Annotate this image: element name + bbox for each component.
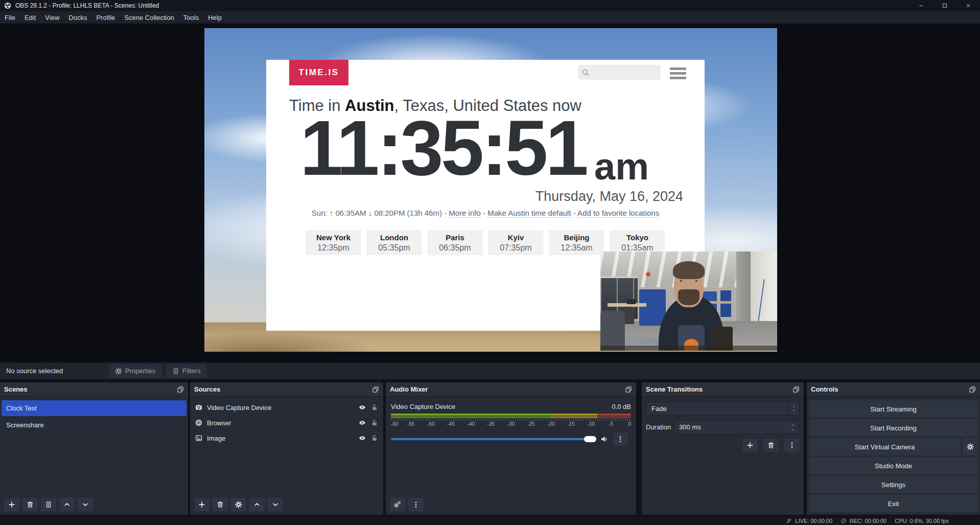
properties-button[interactable]: Properties	[109, 364, 161, 378]
transition-select[interactable]: Fade	[646, 402, 800, 416]
clock-meridiem: am	[594, 148, 649, 186]
globe-icon	[195, 419, 202, 426]
settings-button[interactable]: Settings	[809, 476, 978, 493]
popout-icon[interactable]	[372, 386, 379, 393]
controls-panel: Controls Start Streaming Start Recording…	[807, 382, 980, 515]
image-icon	[195, 435, 202, 442]
remove-transition-button[interactable]	[763, 439, 779, 452]
source-item-image[interactable]: Image	[190, 430, 383, 446]
cpu-fps-status: CPU: 0.6%, 30.00 fps	[895, 518, 949, 524]
menu-tools[interactable]: Tools	[179, 11, 203, 24]
current-date: Thursday, May 16, 2024	[535, 189, 683, 204]
advanced-audio-button[interactable]	[390, 498, 405, 511]
unlock-icon[interactable]	[371, 404, 378, 411]
popout-icon[interactable]	[177, 386, 184, 393]
visibility-eye-icon[interactable]	[359, 435, 366, 442]
source-move-down-button[interactable]	[268, 498, 283, 511]
hamburger-menu-icon	[670, 67, 686, 79]
gear-icon	[115, 368, 122, 375]
scene-item-screenshare[interactable]: Screenshare	[2, 417, 186, 433]
start-streaming-button[interactable]: Start Streaming	[809, 400, 978, 418]
menu-scene-collection[interactable]: Scene Collection	[120, 11, 179, 24]
unlock-icon[interactable]	[371, 419, 378, 426]
filter-icon	[172, 368, 179, 375]
source-item-browser[interactable]: Browser	[190, 415, 383, 430]
make-default-link: Make Austin time default	[487, 209, 571, 218]
clock-time: 11:35:51	[300, 109, 586, 187]
rec-status: REC: 00:00:00	[841, 518, 886, 524]
city-box: New York12:35pm	[306, 230, 361, 255]
visibility-eye-icon[interactable]	[359, 404, 366, 411]
menu-file[interactable]: File	[0, 11, 20, 24]
unlock-icon[interactable]	[371, 435, 378, 442]
source-properties-button[interactable]	[231, 498, 246, 511]
volume-slider[interactable]	[391, 438, 596, 440]
audio-mixer-panel: Audio Mixer Video Capture Device 0.0 dB …	[386, 382, 636, 515]
title-bar: OBS 29.1.2 - Profile: LLHLS BETA - Scene…	[0, 0, 980, 11]
transitions-panel-title: Scene Transitions	[646, 385, 703, 393]
popout-icon[interactable]	[969, 386, 976, 393]
menu-bar: File Edit View Docks Profile Scene Colle…	[0, 11, 980, 24]
vu-scale-labels: -60 -55 -50 -45 -40 -35 -30 -25 -20 -15 …	[391, 421, 631, 428]
source-item-video-capture[interactable]: Video Capture Device	[190, 400, 383, 415]
studio-mode-button[interactable]: Studio Mode	[809, 457, 978, 474]
vu-meter: -60 -55 -50 -45 -40 -35 -30 -25 -20 -15 …	[391, 414, 631, 428]
controls-panel-title: Controls	[811, 385, 838, 393]
timeis-logo: TIME.IS	[289, 60, 348, 85]
webcam-video-inset	[600, 252, 777, 351]
scene-move-down-button[interactable]	[78, 498, 93, 511]
minimize-button[interactable]	[909, 0, 933, 11]
exit-button[interactable]: Exit	[809, 495, 978, 512]
remove-source-button[interactable]	[213, 498, 228, 511]
audio-mixer-panel-title: Audio Mixer	[390, 385, 428, 393]
duration-spinbox[interactable]: 300 ms	[673, 420, 800, 434]
camera-icon	[195, 404, 202, 411]
visibility-eye-icon[interactable]	[359, 419, 366, 426]
search-icon	[581, 69, 590, 77]
scene-move-up-button[interactable]	[59, 498, 75, 511]
scene-transitions-panel: Scene Transitions Fade Duration 300 ms	[642, 382, 804, 515]
dock-area: Scenes Clock Test Screenshare Sources Vi…	[0, 379, 980, 517]
source-toolbar: No source selected Properties Filters	[0, 362, 980, 379]
start-virtual-camera-button[interactable]: Start Virtual Camera	[809, 438, 961, 455]
start-recording-button[interactable]: Start Recording	[809, 419, 978, 437]
virtual-camera-settings-button[interactable]	[963, 438, 978, 455]
mixer-menu-button[interactable]	[408, 498, 424, 511]
menu-edit[interactable]: Edit	[20, 11, 40, 24]
mixer-channel-menu-button[interactable]	[613, 432, 628, 446]
scene-filters-button[interactable]	[41, 498, 56, 511]
menu-docks[interactable]: Docks	[64, 11, 91, 24]
city-box: London05:35pm	[367, 230, 422, 255]
maximize-button[interactable]	[933, 0, 956, 11]
city-box: Beijing12:35am	[549, 230, 604, 255]
scenes-panel: Scenes Clock Test Screenshare	[0, 382, 188, 515]
scene-item-clock-test[interactable]: Clock Test	[2, 400, 186, 416]
duration-label: Duration	[646, 423, 673, 431]
add-scene-button[interactable]	[4, 498, 19, 511]
source-move-up-button[interactable]	[249, 498, 265, 511]
more-info-link: More info	[449, 209, 481, 218]
preview-canvas[interactable]: TIME.IS Time in Austin, Texas, United St…	[204, 28, 777, 352]
spinbox-arrows-icon[interactable]	[790, 421, 796, 433]
obs-logo-icon	[4, 2, 11, 9]
city-box: Paris06:35pm	[428, 230, 483, 255]
transition-menu-button[interactable]	[784, 439, 800, 452]
filters-button[interactable]: Filters	[166, 364, 206, 378]
menu-help[interactable]: Help	[203, 11, 226, 24]
menu-profile[interactable]: Profile	[91, 11, 120, 24]
close-button[interactable]	[956, 0, 980, 11]
mixer-level-db: 0.0 dB	[612, 403, 631, 410]
add-source-button[interactable]	[194, 498, 209, 511]
mixer-channel-name: Video Capture Device	[391, 403, 455, 410]
volume-slider-handle[interactable]	[584, 436, 596, 442]
speaker-icon[interactable]	[600, 435, 609, 443]
clock: 11:35:51 am	[300, 109, 649, 187]
popout-icon[interactable]	[625, 386, 632, 393]
city-box: Kyiv07:35pm	[488, 230, 544, 255]
add-transition-button[interactable]	[742, 439, 758, 452]
stream-inactive-icon	[786, 518, 792, 524]
menu-view[interactable]: View	[40, 11, 64, 24]
combo-arrows-icon[interactable]	[788, 402, 799, 415]
remove-scene-button[interactable]	[22, 498, 38, 511]
popout-icon[interactable]	[792, 386, 800, 393]
